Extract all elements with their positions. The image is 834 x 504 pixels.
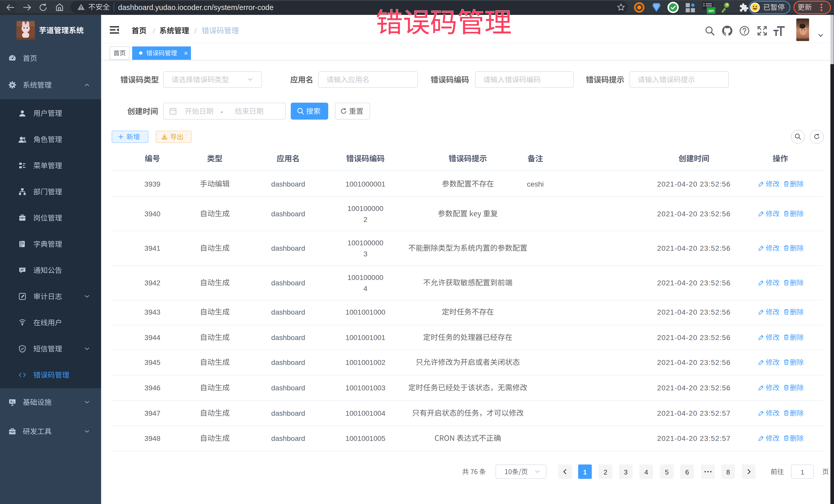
svg-text:on: on [708, 8, 714, 13]
